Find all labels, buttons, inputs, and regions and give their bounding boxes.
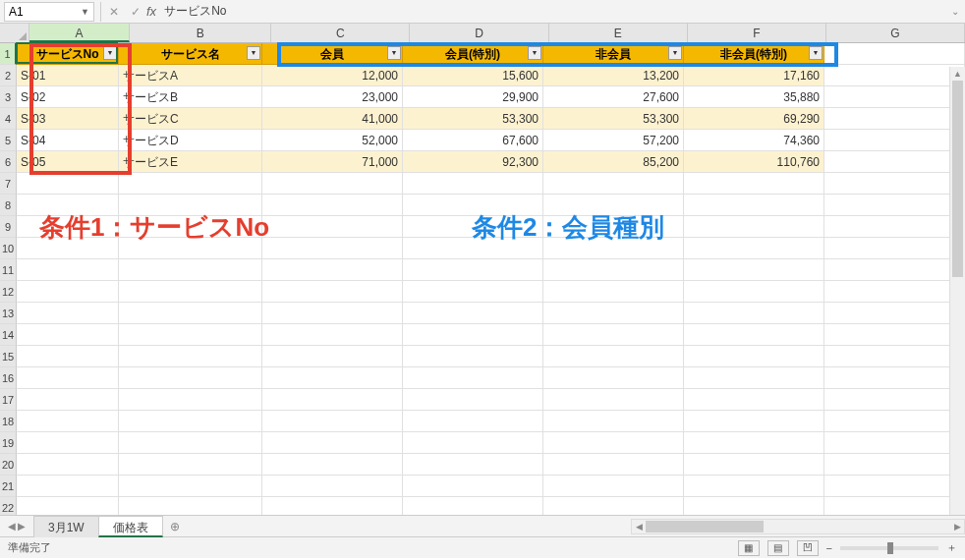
sheet-tab-price[interactable]: 価格表	[98, 516, 163, 537]
select-all-button[interactable]	[0, 24, 29, 42]
cell[interactable]: サービスA	[119, 65, 262, 86]
cell[interactable]: サービスC	[119, 108, 262, 130]
cell[interactable]: 53,300	[403, 108, 543, 130]
row-header-7[interactable]: 7	[0, 173, 17, 195]
zoom-slider-knob[interactable]	[887, 542, 893, 554]
col-header-B[interactable]: B	[130, 24, 271, 42]
header-cell-nonmember-special[interactable]: 非会員(特別) ▼	[684, 43, 824, 65]
cell[interactable]	[824, 130, 965, 151]
formula-input[interactable]: サービスNo	[164, 3, 226, 20]
cell[interactable]: 15,600	[403, 65, 543, 86]
vertical-scrollbar[interactable]: ▲ ▼	[949, 67, 965, 515]
row-header-5[interactable]: 5	[0, 130, 17, 151]
row-header-4[interactable]: 4	[0, 108, 17, 130]
col-header-F[interactable]: F	[688, 24, 826, 42]
cell[interactable]: 41,000	[262, 108, 403, 130]
row-header-10[interactable]: 10	[0, 238, 17, 259]
cell[interactable]: 57,200	[543, 130, 684, 151]
col-header-A[interactable]: A	[29, 24, 131, 42]
header-cell-serviceNo[interactable]: サービスNo ▼	[17, 43, 119, 65]
cell[interactable]	[824, 86, 965, 108]
cell[interactable]: 23,000	[262, 86, 403, 108]
cell[interactable]: 71,000	[262, 151, 403, 173]
add-sheet-button[interactable]: ⊕	[162, 520, 188, 533]
row-header-21[interactable]: 21	[0, 476, 17, 497]
cell[interactable]: 85,200	[543, 151, 684, 173]
expand-formula-icon[interactable]: ⌄	[945, 6, 965, 17]
cell[interactable]	[824, 108, 965, 130]
cell[interactable]: 13,200	[543, 65, 684, 86]
scrollbar-thumb[interactable]	[646, 521, 764, 532]
accept-formula-button[interactable]: ✓	[125, 2, 146, 22]
row-header-3[interactable]: 3	[0, 86, 17, 108]
tab-prev-icon[interactable]: ◀	[8, 521, 16, 532]
row-header-16[interactable]: 16	[0, 367, 17, 389]
cell-grid[interactable]: サービスNo ▼ サービス名 ▼ 会員 ▼ 会員(特別) ▼ 非会員 ▼	[17, 43, 965, 515]
cell[interactable]: S-03	[17, 108, 119, 130]
cell[interactable]: 17,160	[684, 65, 824, 86]
cell[interactable]: サービスD	[119, 130, 262, 151]
scroll-right-icon[interactable]: ▶	[950, 522, 964, 532]
header-cell-member-special[interactable]: 会員(特別) ▼	[403, 43, 543, 65]
cell[interactable]: S-04	[17, 130, 119, 151]
cell[interactable]: 27,600	[543, 86, 684, 108]
cell[interactable]: 52,000	[262, 130, 403, 151]
cell[interactable]: 92,300	[403, 151, 543, 173]
cell[interactable]: 110,760	[684, 151, 824, 173]
zoom-out-button[interactable]: −	[826, 542, 832, 554]
row-header-14[interactable]: 14	[0, 324, 17, 346]
view-normal-button[interactable]: ▦	[738, 540, 760, 556]
cell[interactable]: 29,900	[403, 86, 543, 108]
col-header-E[interactable]: E	[549, 24, 688, 42]
cell[interactable]: S-02	[17, 86, 119, 108]
cell[interactable]: S-05	[17, 151, 119, 173]
row-header-8[interactable]: 8	[0, 195, 17, 216]
cell[interactable]: 67,600	[403, 130, 543, 151]
row-header-12[interactable]: 12	[0, 281, 17, 303]
row-header-11[interactable]: 11	[0, 259, 17, 281]
cell[interactable]: 74,360	[684, 130, 824, 151]
cell[interactable]: S-01	[17, 65, 119, 86]
row-header-18[interactable]: 18	[0, 411, 17, 432]
sheet-tab-3m1w[interactable]: 3月1W	[33, 516, 99, 537]
row-header-22[interactable]: 22	[0, 497, 17, 515]
scrollbar-thumb[interactable]	[952, 81, 963, 277]
view-pagebreak-button[interactable]: 凹	[797, 540, 819, 556]
row-header-15[interactable]: 15	[0, 346, 17, 367]
cancel-formula-button[interactable]: ✕	[103, 2, 125, 22]
row-header-2[interactable]: 2	[0, 65, 17, 86]
col-header-D[interactable]: D	[410, 24, 548, 42]
header-cell-serviceName[interactable]: サービス名 ▼	[119, 43, 262, 65]
cell[interactable]: 69,290	[684, 108, 824, 130]
zoom-in-button[interactable]: ＋	[946, 540, 957, 555]
name-box[interactable]: A1 ▼	[4, 2, 94, 22]
cell[interactable]: サービスE	[119, 151, 262, 173]
row-header-1[interactable]: 1	[0, 43, 17, 65]
col-header-G[interactable]: G	[826, 24, 965, 42]
row-header-20[interactable]: 20	[0, 454, 17, 476]
cell[interactable]: 53,300	[543, 108, 684, 130]
chevron-down-icon[interactable]: ▼	[81, 7, 89, 17]
filter-button[interactable]: ▼	[387, 46, 401, 60]
row-header-9[interactable]: 9	[0, 216, 17, 238]
cell[interactable]	[824, 65, 965, 86]
row-header-13[interactable]: 13	[0, 303, 17, 324]
zoom-slider[interactable]	[840, 546, 938, 550]
scroll-up-icon[interactable]: ▲	[950, 67, 965, 81]
col-header-C[interactable]: C	[271, 24, 410, 42]
filter-button[interactable]: ▼	[528, 46, 541, 60]
cell[interactable]: 12,000	[262, 65, 403, 86]
tab-next-icon[interactable]: ▶	[18, 521, 26, 532]
filter-button[interactable]: ▼	[103, 46, 117, 60]
filter-button[interactable]: ▼	[809, 46, 823, 60]
scroll-left-icon[interactable]: ◀	[632, 522, 646, 532]
row-header-19[interactable]: 19	[0, 432, 17, 454]
filter-button[interactable]: ▼	[247, 46, 260, 60]
header-cell-nonmember[interactable]: 非会員 ▼	[543, 43, 684, 65]
horizontal-scrollbar[interactable]: ◀ ▶	[631, 519, 965, 534]
filter-button[interactable]: ▼	[668, 46, 682, 60]
row-header-17[interactable]: 17	[0, 389, 17, 411]
fx-icon[interactable]: fx	[146, 4, 156, 19]
view-pagelayout-button[interactable]: ▤	[767, 540, 789, 556]
row-header-6[interactable]: 6	[0, 151, 17, 173]
